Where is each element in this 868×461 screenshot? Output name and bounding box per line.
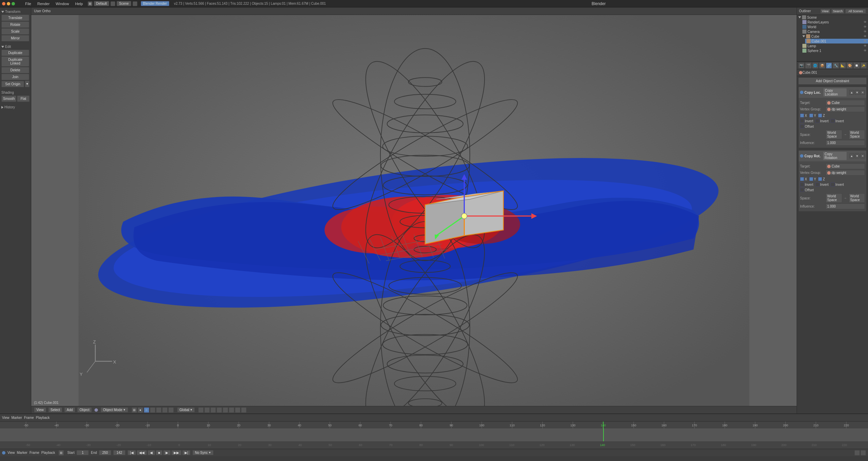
snap-icon-7[interactable] [235, 407, 240, 413]
tl-playback-menu[interactable]: Playback [36, 416, 50, 420]
outliner-sphere[interactable]: Sphere 1 👁 [801, 48, 868, 53]
copy-rot-space-from[interactable]: World Space [826, 193, 842, 203]
prop-particles-icon[interactable]: ✨ [861, 63, 867, 69]
join-btn[interactable]: Join [1, 74, 29, 80]
smooth-btn[interactable]: Smooth [1, 95, 16, 102]
copy-loc-y-cb[interactable]: Y [809, 113, 816, 118]
snap-icon-6[interactable] [229, 407, 234, 413]
copy-rot-invert-y[interactable]: Invert [815, 182, 829, 187]
outliner-camera[interactable]: Camera 👁 [801, 29, 868, 34]
object-menu-btn[interactable]: Object [77, 407, 92, 412]
prop-render-icon[interactable]: 📷 [798, 63, 804, 69]
close-btn[interactable] [2, 2, 5, 5]
scale-btn[interactable]: Scale [1, 28, 29, 35]
viewport-canvas[interactable]: X Z Y (1:42) Cube.001 [31, 15, 797, 406]
copy-loc-z-cb[interactable]: Z [818, 113, 825, 118]
layout-btn2[interactable] [110, 1, 115, 6]
prev-keyframe-btn[interactable]: ◀◀ [137, 450, 147, 455]
tl-end-value[interactable]: 250 [99, 450, 111, 455]
mode-selector[interactable]: Object Mode ▼ [101, 407, 128, 412]
snap-icon-8[interactable] [241, 407, 246, 413]
copy-rot-vgroup-value[interactable]: dp weight [826, 170, 865, 176]
snap-icon-5[interactable] [223, 407, 228, 413]
copy-rot-offset-cb[interactable]: Offset [800, 188, 814, 192]
constraint-copy-loc-up-icon[interactable]: ▲ [849, 90, 854, 95]
layout-icon[interactable]: ⊞ [88, 1, 92, 6]
copy-loc-offset-cb[interactable]: Offset [800, 124, 814, 128]
tl-playback-btn[interactable]: Playback [41, 451, 55, 455]
constraint-copy-loc-type[interactable]: Copy Location [823, 88, 847, 97]
prop-world-icon[interactable]: 🌐 [812, 63, 818, 69]
duplicate-linked-btn[interactable]: Duplicate Linked [1, 56, 29, 67]
constraint-copy-rot-up-icon[interactable]: ▲ [849, 154, 854, 158]
copy-rot-z-cb[interactable]: Z [818, 177, 825, 181]
duplicate-btn[interactable]: Duplicate [1, 50, 29, 56]
maximize-btn[interactable] [12, 2, 15, 5]
jump-to-start-btn[interactable]: |◀ [127, 450, 136, 455]
prop-modifiers-icon[interactable]: 🔧 [833, 63, 839, 69]
tl-right-icon-2[interactable] [861, 450, 866, 456]
minimize-btn[interactable] [7, 2, 10, 5]
copy-rot-invert-z[interactable]: Invert [831, 182, 844, 187]
next-keyframe-btn[interactable]: ▶▶ [171, 450, 182, 455]
copy-rot-x-cb[interactable]: X [800, 177, 807, 181]
prop-object-icon[interactable]: 📦 [819, 63, 825, 69]
copy-loc-invert-y[interactable]: Invert [815, 119, 829, 123]
engine-selector[interactable]: Blender Render [141, 1, 169, 6]
outliner-world[interactable]: World 👁 [801, 24, 868, 29]
outliner-cube001[interactable]: Cube.001 👁 [805, 39, 868, 43]
sync-selector[interactable]: No Sync ▼ [192, 450, 214, 455]
translate-btn[interactable]: Translate [1, 15, 29, 21]
constraint-copy-loc-header[interactable]: Copy Loc. Copy Location ▲ ▼ ✕ [799, 87, 866, 98]
viewport-icon-7[interactable] [168, 407, 174, 413]
view-menu[interactable]: View [820, 9, 830, 14]
tl-frame-btn[interactable]: Frame [30, 451, 39, 455]
copy-loc-target-value[interactable]: Cube [826, 100, 865, 106]
file-menu[interactable]: File [22, 1, 34, 6]
copy-loc-vgroup-value[interactable]: dp weight [826, 106, 865, 112]
scene-selector[interactable]: Scene [117, 1, 131, 6]
viewport-icon-4[interactable] [150, 407, 155, 413]
search-menu[interactable]: Search [831, 9, 845, 14]
tl-marker-menu[interactable]: Marker [12, 416, 22, 420]
constraint-copy-loc-x-icon[interactable]: ✕ [860, 90, 865, 95]
viewport-icon-6[interactable] [162, 407, 168, 413]
constraint-copy-loc-down-icon[interactable]: ▼ [855, 90, 860, 95]
timeline-track[interactable]: -50 -40 -30 -20 -10 0 10 20 30 40 50 60 … [0, 428, 868, 449]
tl-view-menu[interactable]: View [2, 416, 10, 420]
help-menu[interactable]: Help [72, 1, 86, 6]
viewport[interactable]: User Ortho [31, 7, 797, 413]
add-menu-btn[interactable]: Add [64, 407, 75, 412]
copy-loc-influence-value[interactable]: 1.000 [826, 140, 865, 146]
viewport-icon-5[interactable] [156, 407, 161, 413]
scenes-selector[interactable]: All Scenes [845, 9, 866, 14]
constraint-copy-rot-down-icon[interactable]: ▼ [855, 154, 860, 158]
copy-rot-target-value[interactable]: Cube [826, 163, 865, 169]
outliner-cube[interactable]: Cube 👁 [801, 34, 868, 39]
select-menu-btn[interactable]: Select [48, 407, 63, 412]
prop-material-icon[interactable]: 🎨 [847, 63, 853, 69]
copy-loc-space-to[interactable]: World Space [849, 130, 865, 139]
constraint-copy-rot-header[interactable]: Copy Rot. Copy Rotation ▲ ▼ ✕ [799, 150, 866, 161]
copy-rot-invert-x[interactable]: Invert [800, 182, 813, 187]
copy-loc-x-cb[interactable]: X [800, 113, 807, 118]
scene-btn[interactable] [133, 1, 137, 6]
set-origin-btn[interactable]: Set Origin [1, 81, 24, 87]
mirror-btn[interactable]: Mirror [1, 35, 29, 41]
copy-rot-space-to[interactable]: World Space [849, 193, 865, 203]
add-object-constraint-btn[interactable]: Add Object Constraint [798, 77, 867, 85]
tl-marker-btn[interactable]: Marker [17, 451, 28, 455]
render-menu[interactable]: Render [35, 1, 52, 6]
copy-loc-invert-z[interactable]: Invert [831, 119, 844, 123]
set-origin-dropdown-icon[interactable]: ▼ [25, 81, 30, 87]
copy-loc-space-from[interactable]: World Space [826, 130, 842, 139]
outliner-scene[interactable]: Scene [797, 15, 868, 20]
prop-texture-icon[interactable]: 🔲 [853, 63, 860, 69]
prop-constraints-icon[interactable]: 🔗 [826, 63, 832, 69]
tl-current-frame[interactable]: 142 [113, 450, 125, 455]
tl-right-icon-1[interactable] [854, 450, 860, 456]
viewport-icon-2[interactable]: ● [138, 407, 143, 413]
snap-icon-2[interactable] [204, 407, 210, 413]
tl-view-btn[interactable]: View [7, 451, 15, 455]
snap-icon-4[interactable] [217, 407, 222, 413]
